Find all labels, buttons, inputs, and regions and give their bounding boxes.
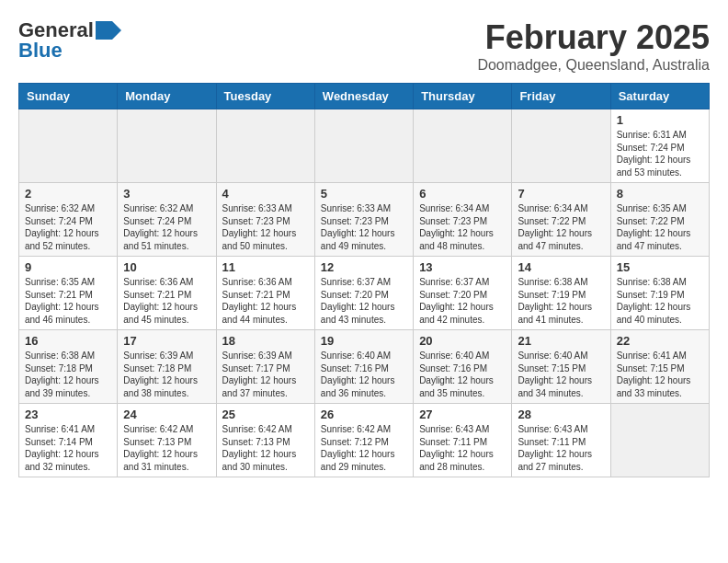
day-number: 5	[321, 187, 407, 201]
day-number: 2	[25, 187, 111, 201]
calendar-cell: 14Sunrise: 6:38 AM Sunset: 7:19 PM Dayli…	[512, 257, 610, 330]
calendar-cell: 27Sunrise: 6:43 AM Sunset: 7:11 PM Dayli…	[414, 404, 512, 477]
calendar-cell	[512, 109, 610, 183]
day-number: 22	[617, 334, 703, 348]
day-number: 7	[518, 187, 604, 201]
day-number: 17	[123, 334, 210, 348]
day-number: 4	[222, 187, 309, 201]
calendar-cell	[118, 109, 216, 183]
calendar-cell: 15Sunrise: 6:38 AM Sunset: 7:19 PM Dayli…	[610, 257, 709, 330]
day-info: Sunrise: 6:37 AM Sunset: 7:20 PM Dayligh…	[419, 276, 506, 326]
calendar-table: SundayMondayTuesdayWednesdayThursdayFrid…	[18, 83, 710, 477]
day-info: Sunrise: 6:35 AM Sunset: 7:21 PM Dayligh…	[25, 276, 111, 326]
day-number: 15	[617, 260, 703, 274]
calendar-cell: 9Sunrise: 6:35 AM Sunset: 7:21 PM Daylig…	[19, 257, 118, 330]
calendar-cell: 10Sunrise: 6:36 AM Sunset: 7:21 PM Dayli…	[118, 257, 216, 330]
day-info: Sunrise: 6:42 AM Sunset: 7:13 PM Dayligh…	[123, 423, 210, 473]
calendar-cell: 23Sunrise: 6:41 AM Sunset: 7:14 PM Dayli…	[19, 404, 118, 477]
calendar-cell: 11Sunrise: 6:36 AM Sunset: 7:21 PM Dayli…	[216, 257, 314, 330]
day-info: Sunrise: 6:41 AM Sunset: 7:15 PM Dayligh…	[617, 350, 703, 399]
day-info: Sunrise: 6:40 AM Sunset: 7:16 PM Dayligh…	[419, 350, 506, 399]
title-area: February 2025 Doomadgee, Queensland, Aus…	[477, 18, 710, 74]
day-number: 9	[25, 260, 111, 274]
calendar-cell	[216, 109, 314, 183]
calendar-cell: 22Sunrise: 6:41 AM Sunset: 7:15 PM Dayli…	[610, 330, 709, 404]
calendar-cell	[314, 109, 413, 183]
calendar-cell: 13Sunrise: 6:37 AM Sunset: 7:20 PM Dayli…	[414, 257, 512, 330]
day-info: Sunrise: 6:43 AM Sunset: 7:11 PM Dayligh…	[419, 423, 506, 473]
day-number: 12	[321, 260, 407, 274]
day-number: 28	[518, 408, 604, 421]
logo-blue-text: Blue	[18, 39, 63, 63]
weekday-header: Saturday	[610, 84, 709, 109]
calendar-cell: 25Sunrise: 6:42 AM Sunset: 7:13 PM Dayli…	[216, 404, 314, 477]
day-number: 23	[25, 408, 111, 421]
day-number: 10	[123, 260, 210, 274]
calendar-cell	[414, 109, 512, 183]
day-info: Sunrise: 6:34 AM Sunset: 7:22 PM Dayligh…	[518, 202, 604, 252]
calendar-cell	[19, 109, 118, 183]
day-number: 25	[222, 408, 309, 421]
svg-marker-0	[96, 21, 121, 40]
day-info: Sunrise: 6:41 AM Sunset: 7:14 PM Dayligh…	[25, 423, 111, 473]
calendar-cell: 12Sunrise: 6:37 AM Sunset: 7:20 PM Dayli…	[314, 257, 413, 330]
day-number: 24	[123, 408, 210, 421]
day-info: Sunrise: 6:39 AM Sunset: 7:17 PM Dayligh…	[222, 350, 309, 399]
calendar-cell: 3Sunrise: 6:32 AM Sunset: 7:24 PM Daylig…	[118, 183, 216, 257]
day-info: Sunrise: 6:42 AM Sunset: 7:13 PM Dayligh…	[222, 423, 309, 473]
calendar-week-row: 1Sunrise: 6:31 AM Sunset: 7:24 PM Daylig…	[19, 109, 710, 183]
calendar-week-row: 23Sunrise: 6:41 AM Sunset: 7:14 PM Dayli…	[19, 404, 710, 477]
day-info: Sunrise: 6:38 AM Sunset: 7:18 PM Dayligh…	[25, 350, 111, 399]
calendar-cell: 2Sunrise: 6:32 AM Sunset: 7:24 PM Daylig…	[19, 183, 118, 257]
location-text: Doomadgee, Queensland, Australia	[477, 57, 710, 74]
weekday-header: Thursday	[414, 84, 512, 109]
day-info: Sunrise: 6:33 AM Sunset: 7:23 PM Dayligh…	[321, 202, 407, 252]
calendar-cell: 26Sunrise: 6:42 AM Sunset: 7:12 PM Dayli…	[314, 404, 413, 477]
day-number: 18	[222, 334, 309, 348]
day-info: Sunrise: 6:36 AM Sunset: 7:21 PM Dayligh…	[222, 276, 309, 326]
day-info: Sunrise: 6:40 AM Sunset: 7:15 PM Dayligh…	[518, 350, 604, 399]
logo: General Blue	[18, 18, 121, 63]
calendar-cell: 6Sunrise: 6:34 AM Sunset: 7:23 PM Daylig…	[414, 183, 512, 257]
calendar-cell: 4Sunrise: 6:33 AM Sunset: 7:23 PM Daylig…	[216, 183, 314, 257]
calendar-header-row: SundayMondayTuesdayWednesdayThursdayFrid…	[19, 84, 710, 109]
day-number: 20	[419, 334, 506, 348]
calendar-cell	[610, 404, 709, 477]
weekday-header: Tuesday	[216, 84, 314, 109]
calendar-cell: 21Sunrise: 6:40 AM Sunset: 7:15 PM Dayli…	[512, 330, 610, 404]
day-number: 6	[419, 187, 506, 201]
calendar-cell: 17Sunrise: 6:39 AM Sunset: 7:18 PM Dayli…	[118, 330, 216, 404]
day-info: Sunrise: 6:43 AM Sunset: 7:11 PM Dayligh…	[518, 423, 604, 473]
calendar-cell: 20Sunrise: 6:40 AM Sunset: 7:16 PM Dayli…	[414, 330, 512, 404]
day-info: Sunrise: 6:33 AM Sunset: 7:23 PM Dayligh…	[222, 202, 309, 252]
calendar-cell: 24Sunrise: 6:42 AM Sunset: 7:13 PM Dayli…	[118, 404, 216, 477]
day-number: 11	[222, 260, 309, 274]
page-header: General Blue February 2025 Doomadgee, Qu…	[18, 18, 710, 74]
day-number: 21	[518, 334, 604, 348]
day-info: Sunrise: 6:32 AM Sunset: 7:24 PM Dayligh…	[25, 202, 111, 252]
weekday-header: Monday	[118, 84, 216, 109]
day-info: Sunrise: 6:35 AM Sunset: 7:22 PM Dayligh…	[617, 202, 703, 252]
calendar-week-row: 2Sunrise: 6:32 AM Sunset: 7:24 PM Daylig…	[19, 183, 710, 257]
logo-arrow-icon	[96, 21, 121, 40]
day-info: Sunrise: 6:42 AM Sunset: 7:12 PM Dayligh…	[321, 423, 407, 473]
day-info: Sunrise: 6:34 AM Sunset: 7:23 PM Dayligh…	[419, 202, 506, 252]
day-number: 26	[321, 408, 407, 421]
calendar-cell: 8Sunrise: 6:35 AM Sunset: 7:22 PM Daylig…	[610, 183, 709, 257]
calendar-cell: 1Sunrise: 6:31 AM Sunset: 7:24 PM Daylig…	[610, 109, 709, 183]
day-info: Sunrise: 6:32 AM Sunset: 7:24 PM Dayligh…	[123, 202, 210, 252]
day-number: 8	[617, 187, 703, 201]
day-info: Sunrise: 6:37 AM Sunset: 7:20 PM Dayligh…	[321, 276, 407, 326]
day-number: 3	[123, 187, 210, 201]
day-number: 19	[321, 334, 407, 348]
weekday-header: Sunday	[19, 84, 118, 109]
weekday-header: Wednesday	[314, 84, 413, 109]
calendar-cell: 28Sunrise: 6:43 AM Sunset: 7:11 PM Dayli…	[512, 404, 610, 477]
calendar-cell: 16Sunrise: 6:38 AM Sunset: 7:18 PM Dayli…	[19, 330, 118, 404]
day-info: Sunrise: 6:36 AM Sunset: 7:21 PM Dayligh…	[123, 276, 210, 326]
calendar-week-row: 16Sunrise: 6:38 AM Sunset: 7:18 PM Dayli…	[19, 330, 710, 404]
month-title: February 2025	[477, 18, 710, 57]
calendar-week-row: 9Sunrise: 6:35 AM Sunset: 7:21 PM Daylig…	[19, 257, 710, 330]
day-number: 16	[25, 334, 111, 348]
day-info: Sunrise: 6:40 AM Sunset: 7:16 PM Dayligh…	[321, 350, 407, 399]
